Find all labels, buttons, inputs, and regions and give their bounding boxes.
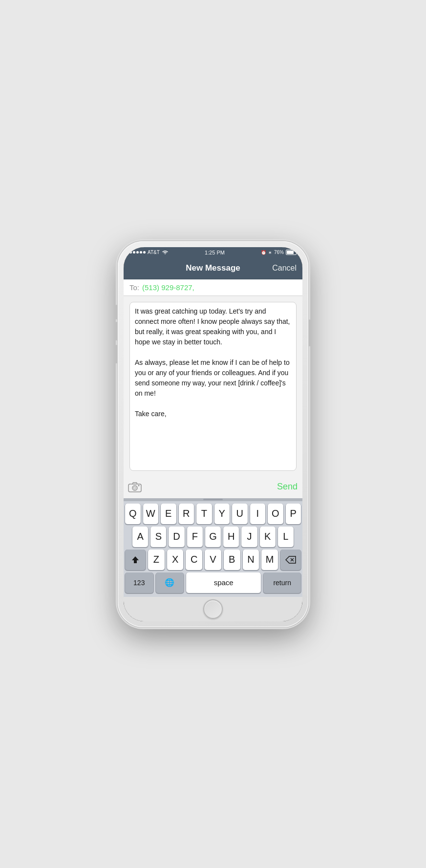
to-label: To: xyxy=(129,283,139,292)
svg-point-3 xyxy=(138,485,140,486)
status-bar: AT&T 1:25 PM ⏰ ∗ 76% xyxy=(124,247,302,258)
clock-icon: ⏰ xyxy=(261,250,266,255)
recipient-number: (513) 929-8727, xyxy=(142,283,194,292)
signal-dot-2 xyxy=(133,251,135,254)
vol-up-button xyxy=(115,322,118,340)
keyboard: Q W E R T Y U I O P A S D F G xyxy=(124,498,302,597)
phone-frame: AT&T 1:25 PM ⏰ ∗ 76% xyxy=(118,241,308,627)
key-q[interactable]: Q xyxy=(125,504,141,524)
return-key[interactable]: return xyxy=(263,572,301,593)
keyboard-row-2: A S D F G H J K L xyxy=(124,524,302,547)
message-input[interactable]: It was great catching up today. Let's tr… xyxy=(129,302,297,471)
key-t[interactable]: T xyxy=(196,504,212,524)
key-w[interactable]: W xyxy=(143,504,159,524)
key-b[interactable]: B xyxy=(224,550,240,570)
bluetooth-icon: ∗ xyxy=(268,250,272,255)
key-i[interactable]: I xyxy=(250,504,266,524)
home-button[interactable] xyxy=(203,599,223,619)
key-c[interactable]: C xyxy=(186,550,202,570)
status-right: ⏰ ∗ 76% xyxy=(261,250,297,255)
keyboard-handle xyxy=(203,499,223,500)
svg-point-2 xyxy=(134,487,136,489)
svg-point-1 xyxy=(132,486,137,490)
message-body: It was great catching up today. Let's tr… xyxy=(124,296,302,477)
key-g[interactable]: G xyxy=(205,527,221,547)
navigation-bar: New Message Cancel xyxy=(124,258,302,279)
key-s[interactable]: S xyxy=(150,527,166,547)
phone-screen: AT&T 1:25 PM ⏰ ∗ 76% xyxy=(124,247,302,621)
key-h[interactable]: H xyxy=(223,527,239,547)
key-u[interactable]: U xyxy=(232,504,248,524)
key-o[interactable]: O xyxy=(268,504,283,524)
send-button[interactable]: Send xyxy=(277,482,298,492)
key-v[interactable]: V xyxy=(205,550,221,570)
message-footer: Send xyxy=(124,477,302,498)
signal-dot-3 xyxy=(136,251,139,254)
key-k[interactable]: K xyxy=(260,527,276,547)
signal-dot-4 xyxy=(140,251,142,254)
key-p[interactable]: P xyxy=(286,504,301,524)
cancel-button[interactable]: Cancel xyxy=(272,264,297,273)
delete-key[interactable] xyxy=(280,550,301,570)
svg-marker-4 xyxy=(132,556,139,563)
screen-content: AT&T 1:25 PM ⏰ ∗ 76% xyxy=(124,247,302,621)
key-y[interactable]: Y xyxy=(214,504,230,524)
to-field[interactable]: To: (513) 929-8727, xyxy=(124,279,302,296)
wifi-icon xyxy=(162,250,169,255)
key-x[interactable]: X xyxy=(167,550,184,570)
signal-dot-5 xyxy=(143,251,146,254)
key-j[interactable]: J xyxy=(241,527,257,547)
status-time: 1:25 PM xyxy=(205,250,225,255)
space-key[interactable]: space xyxy=(186,572,261,593)
key-e[interactable]: E xyxy=(161,504,176,524)
message-text: It was great catching up today. Let's tr… xyxy=(135,306,291,419)
camera-icon xyxy=(128,482,142,492)
nav-title: New Message xyxy=(186,263,240,273)
battery-icon xyxy=(286,250,297,255)
key-d[interactable]: D xyxy=(169,527,184,547)
message-area: It was great catching up today. Let's tr… xyxy=(124,296,302,498)
shift-key[interactable] xyxy=(125,550,146,570)
status-left: AT&T xyxy=(129,250,169,255)
keyboard-row-4: 123 🌐 space return xyxy=(124,570,302,597)
delete-icon xyxy=(285,556,296,564)
key-a[interactable]: A xyxy=(132,527,148,547)
shift-icon xyxy=(131,555,140,564)
home-button-area xyxy=(124,597,302,621)
numbers-key[interactable]: 123 xyxy=(125,572,153,593)
key-r[interactable]: R xyxy=(179,504,194,524)
key-l[interactable]: L xyxy=(278,527,294,547)
key-f[interactable]: F xyxy=(187,527,203,547)
carrier-label: AT&T xyxy=(148,250,160,255)
key-m[interactable]: M xyxy=(261,550,278,570)
battery-percent: 76% xyxy=(274,250,284,255)
camera-button[interactable] xyxy=(128,480,142,494)
key-z[interactable]: Z xyxy=(148,550,165,570)
keyboard-row-1: Q W E R T Y U I O P xyxy=(124,501,302,524)
key-n[interactable]: N xyxy=(243,550,259,570)
keyboard-row-3: Z X C V B N M xyxy=(124,547,302,570)
vol-down-button xyxy=(115,345,118,363)
battery-fill xyxy=(287,251,294,254)
signal-dot-1 xyxy=(129,251,132,254)
globe-key[interactable]: 🌐 xyxy=(156,572,184,593)
signal-strength xyxy=(129,251,146,254)
